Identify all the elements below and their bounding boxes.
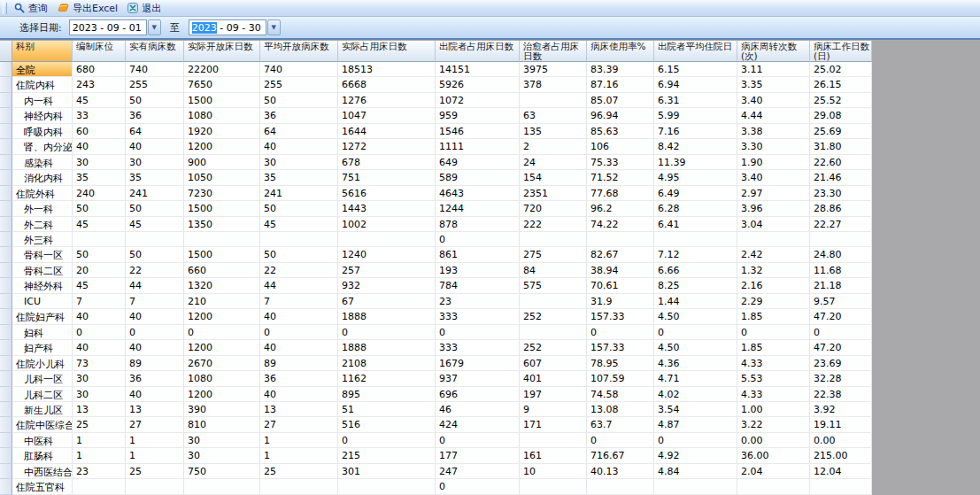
value-cell[interactable]: 13 <box>126 402 184 417</box>
value-cell[interactable]: 20 <box>73 263 126 278</box>
value-cell[interactable]: 64 <box>260 124 338 139</box>
value-cell[interactable]: 1162 <box>338 371 436 386</box>
value-cell[interactable]: 47.20 <box>810 340 872 355</box>
value-cell[interactable]: 18513 <box>338 62 436 77</box>
row-indicator[interactable] <box>0 139 12 154</box>
table-row[interactable]: 妇产科40401200401888333252157.334.501.8547.… <box>0 340 872 355</box>
value-cell[interactable]: 243 <box>73 77 126 92</box>
table-row[interactable]: 肛肠科11301215177161716.674.9236.00215.00 <box>0 448 872 463</box>
value-cell[interactable]: 33 <box>73 108 126 123</box>
value-cell[interactable]: 696 <box>436 387 520 402</box>
value-cell[interactable]: 8.25 <box>654 278 737 293</box>
value-cell[interactable]: 2.97 <box>737 186 810 201</box>
value-cell[interactable]: 861 <box>436 247 520 262</box>
value-cell[interactable]: 1050 <box>184 170 260 185</box>
value-cell[interactable]: 3.11 <box>737 62 810 77</box>
value-cell[interactable]: 678 <box>338 155 436 170</box>
value-cell[interactable]: 740 <box>126 62 184 77</box>
value-cell[interactable]: 64 <box>126 124 184 139</box>
row-indicator[interactable] <box>0 170 12 185</box>
value-cell[interactable]: 24 <box>520 155 587 170</box>
value-cell[interactable]: 11.39 <box>654 155 737 170</box>
table-row[interactable]: 中医科1130100000.000.00 <box>0 433 872 448</box>
dept-cell[interactable]: ICU <box>12 294 73 309</box>
value-cell[interactable]: 197 <box>520 387 587 402</box>
value-cell[interactable]: 1500 <box>184 93 260 108</box>
value-cell[interactable]: 255 <box>126 77 184 92</box>
row-indicator[interactable] <box>0 201 12 216</box>
dept-cell[interactable]: 外一科 <box>12 201 73 216</box>
dept-cell[interactable]: 呼吸内科 <box>12 124 73 139</box>
value-cell[interactable]: 0 <box>654 433 737 448</box>
value-cell[interactable]: 193 <box>436 263 520 278</box>
dept-cell[interactable]: 儿科二区 <box>12 387 73 402</box>
value-cell[interactable]: 241 <box>126 186 184 201</box>
value-cell[interactable]: 240 <box>73 186 126 201</box>
value-cell[interactable]: 47.20 <box>810 309 872 324</box>
header-cell[interactable]: 治愈者占用床日数 <box>520 41 587 62</box>
dept-cell[interactable]: 骨科二区 <box>12 263 73 278</box>
value-cell[interactable]: 2.42 <box>737 247 810 262</box>
table-row[interactable]: 新生儿区1313390135146913.083.541.003.92 <box>0 402 872 417</box>
value-cell[interactable]: 680 <box>73 62 126 77</box>
value-cell[interactable]: 0 <box>338 433 436 448</box>
row-indicator[interactable] <box>0 356 12 371</box>
value-cell[interactable]: 1.44 <box>654 294 737 309</box>
value-cell[interactable]: 255 <box>260 77 338 92</box>
value-cell[interactable]: 0 <box>436 232 520 247</box>
value-cell[interactable]: 1443 <box>338 201 436 216</box>
dept-cell[interactable]: 住院五官科 <box>12 479 73 494</box>
value-cell[interactable]: 28.86 <box>810 201 872 216</box>
value-cell[interactable]: 40 <box>260 309 338 324</box>
dept-cell[interactable]: 中西医结合科 <box>12 464 73 479</box>
value-cell[interactable]: 1047 <box>338 108 436 123</box>
value-cell[interactable]: 1.90 <box>737 155 810 170</box>
value-cell[interactable]: 932 <box>338 278 436 293</box>
value-cell[interactable]: 4.02 <box>654 387 737 402</box>
header-cell[interactable]: 病床使用率% <box>587 41 654 62</box>
value-cell[interactable]: 23 <box>436 294 520 309</box>
table-row[interactable]: 内一科45501500501276107285.076.313.4025.52 <box>0 93 872 108</box>
date-to-picker[interactable]: 2023 - 09 - 30 ▼ <box>189 19 281 35</box>
value-cell[interactable] <box>810 232 872 247</box>
value-cell[interactable]: 44 <box>260 278 338 293</box>
value-cell[interactable]: 959 <box>436 108 520 123</box>
table-row[interactable]: 住院外科240241723024156164643235177.686.492.… <box>0 186 872 201</box>
value-cell[interactable]: 82.67 <box>587 247 654 262</box>
value-cell[interactable]: 30 <box>73 371 126 386</box>
dept-cell[interactable]: 感染科 <box>12 155 73 170</box>
value-cell[interactable]: 215 <box>338 448 436 463</box>
dept-cell[interactable]: 妇科 <box>12 325 73 340</box>
value-cell[interactable]: 0 <box>810 325 872 340</box>
value-cell[interactable]: 0 <box>587 433 654 448</box>
value-cell[interactable]: 1.85 <box>737 340 810 355</box>
value-cell[interactable]: 74.58 <box>587 387 654 402</box>
dept-cell[interactable]: 全院 <box>12 62 73 77</box>
value-cell[interactable]: 0 <box>184 325 260 340</box>
value-cell[interactable]: 13.08 <box>587 402 654 417</box>
value-cell[interactable]: 21.46 <box>810 170 872 185</box>
value-cell[interactable]: 1 <box>126 448 184 463</box>
value-cell[interactable]: 1200 <box>184 340 260 355</box>
value-cell[interactable] <box>338 232 436 247</box>
row-indicator[interactable] <box>0 448 12 463</box>
value-cell[interactable]: 107.59 <box>587 371 654 386</box>
value-cell[interactable]: 36 <box>126 371 184 386</box>
value-cell[interactable]: 607 <box>520 356 587 371</box>
value-cell[interactable]: 589 <box>436 170 520 185</box>
value-cell[interactable]: 649 <box>436 155 520 170</box>
value-cell[interactable]: 215.00 <box>810 448 872 463</box>
value-cell[interactable]: 5.53 <box>737 371 810 386</box>
value-cell[interactable]: 424 <box>436 417 520 432</box>
value-cell[interactable]: 2670 <box>184 356 260 371</box>
value-cell[interactable]: 70.61 <box>587 278 654 293</box>
value-cell[interactable]: 11.68 <box>810 263 872 278</box>
value-cell[interactable]: 171 <box>520 417 587 432</box>
value-cell[interactable]: 7 <box>73 294 126 309</box>
value-cell[interactable]: 0.00 <box>810 433 872 448</box>
value-cell[interactable]: 740 <box>260 62 338 77</box>
value-cell[interactable]: 40 <box>73 309 126 324</box>
value-cell[interactable]: 22 <box>126 263 184 278</box>
value-cell[interactable]: 25 <box>73 417 126 432</box>
value-cell[interactable]: 1072 <box>436 93 520 108</box>
